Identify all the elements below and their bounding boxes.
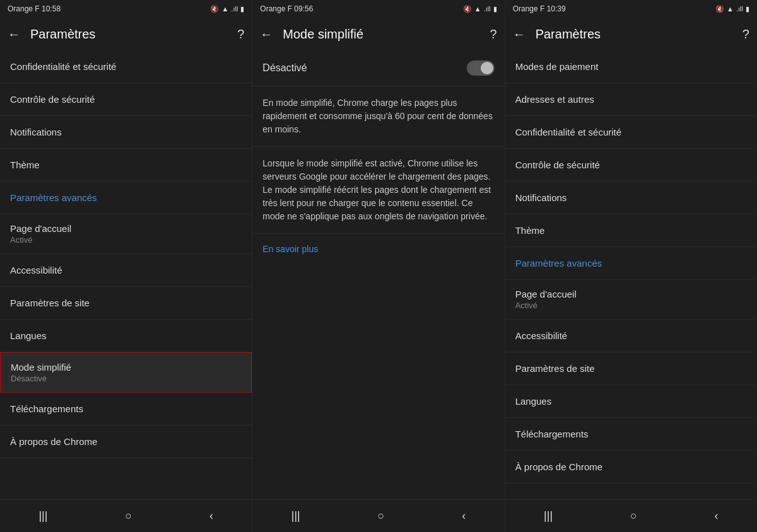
wifi-icon-2: ▲ [474,5,481,13]
item-title: Confidentialité et sécurité [10,61,242,72]
list-item-langues-3[interactable]: Langues [505,385,757,418]
list-item-notifications-1[interactable]: Notifications [0,116,252,149]
description-block-1: En mode simplifié, Chrome charge les pag… [252,86,504,147]
list-item-params-avances-3[interactable]: Paramètres avancés [505,247,757,280]
item-title: Adresses et autres [515,94,747,105]
description-text-2: Lorsque le mode simplifié est activé, Ch… [262,157,494,223]
help-button-2[interactable]: ? [490,27,497,42]
status-carrier-3: Orange F 10:39 [513,4,566,13]
item-title: Thème [10,159,242,170]
item-title: À propos de Chrome [515,461,747,472]
nav-bar-2: ||| ○ ‹ [252,499,504,532]
list-item-a-propos-3[interactable]: À propos de Chrome [505,451,757,483]
signal-icon-1: .ıll [231,5,238,13]
list-item-accessibilite-3[interactable]: Accessibilité [505,320,757,352]
app-bar-3: ← Paramètres ? [505,18,757,50]
mute-icon-1: 🔇 [210,5,219,13]
list-item-confidentialite-3[interactable]: Confidentialité et sécurité [505,116,757,149]
panel-1: Orange F 10:58 10:58 🔇 ▲ .ıll ▮ ← Paramè… [0,0,252,532]
list-item-telechargements-3[interactable]: Téléchargements [505,418,757,451]
battery-icon-2: ▮ [493,5,497,13]
list-item-mode-simplifie-1[interactable]: Mode simplifié Désactivé [0,352,252,393]
toggle-knob [481,62,493,74]
mode-simplifie-content: Désactivé En mode simplifié, Chrome char… [252,50,504,499]
app-bar-1: ← Paramètres ? [0,18,252,50]
nav-back-icon-2[interactable]: ‹ [462,509,466,523]
item-title: Téléchargements [515,429,747,439]
list-item-langues-1[interactable]: Langues [0,320,252,352]
list-item-page-accueil-3[interactable]: Page d'accueil Activé [505,280,757,320]
description-text-1: En mode simplifié, Chrome charge les pag… [262,96,494,136]
item-title: Mode simplifié [11,362,241,373]
settings-list-1: Confidentialité et sécurité Contrôle de … [0,50,252,499]
app-bar-title-3: Paramètres [536,27,742,42]
back-button-2[interactable]: ← [260,27,273,42]
list-item-modes-paiement-3[interactable]: Modes de paiement [505,50,757,83]
help-button-1[interactable]: ? [237,27,244,42]
signal-icon-2: .ıll [484,5,491,13]
nav-menu-icon-3[interactable]: ||| [544,509,553,523]
list-item-theme-3[interactable]: Thème [505,214,757,247]
signal-icon-3: .ıll [736,5,743,13]
status-carrier-2: Orange F 09:56 [260,4,313,13]
status-icons-1: 🔇 ▲ .ıll ▮ [210,5,244,13]
battery-icon-3: ▮ [746,5,749,13]
list-item-controle-3[interactable]: Contrôle de sécurité [505,149,757,182]
item-title: Notifications [10,127,242,137]
list-item-page-accueil-1[interactable]: Page d'accueil Activé [0,214,252,254]
nav-home-icon-1[interactable]: ○ [125,509,132,523]
item-title: Modes de paiement [515,61,747,72]
learn-more-link[interactable]: En savoir plus [252,234,504,264]
mute-icon-2: 🔇 [463,5,472,13]
item-subtitle: Activé [10,235,242,245]
item-title: Langues [10,330,242,341]
nav-home-icon-2[interactable]: ○ [378,509,385,523]
status-bar-3: Orange F 10:39 10:39 🔇 ▲ .ıll ▮ [505,0,757,18]
panel-3: Orange F 10:39 10:39 🔇 ▲ .ıll ▮ ← Paramè… [505,0,757,532]
item-title: Confidentialité et sécurité [515,127,747,137]
app-bar-2: ← Mode simplifié ? [252,18,504,50]
list-item-a-propos-1[interactable]: À propos de Chrome [0,425,252,458]
item-title: Accessibilité [10,265,242,275]
toggle-switch[interactable] [467,61,495,76]
list-item-confidentialite-1[interactable]: Confidentialité et sécurité [0,50,252,83]
description-block-2: Lorsque le mode simplifié est activé, Ch… [252,147,504,234]
status-icons-3: 🔇 ▲ .ıll ▮ [715,5,749,13]
status-bar-1: Orange F 10:58 10:58 🔇 ▲ .ıll ▮ [0,0,252,18]
nav-back-icon-1[interactable]: ‹ [209,509,213,523]
list-item-params-avances-1[interactable]: Paramètres avancés [0,182,252,214]
nav-home-icon-3[interactable]: ○ [630,509,637,523]
toggle-label: Désactivé [262,62,307,74]
help-button-3[interactable]: ? [742,27,749,42]
item-subtitle: Activé [515,301,747,310]
item-title: Langues [515,396,747,407]
list-item-telechargements-1[interactable]: Téléchargements [0,393,252,425]
item-title: Contrôle de sécurité [515,159,747,170]
list-item-notifications-3[interactable]: Notifications [505,182,757,214]
wifi-icon-3: ▲ [727,5,734,13]
list-item-accessibilite-1[interactable]: Accessibilité [0,254,252,287]
mute-icon-3: 🔇 [715,5,724,13]
panels-container: Orange F 10:58 10:58 🔇 ▲ .ıll ▮ ← Paramè… [0,0,757,532]
item-title: Page d'accueil [515,289,747,299]
list-item-params-site-1[interactable]: Paramètres de site [0,287,252,320]
nav-bar-1: ||| ○ ‹ [0,499,252,532]
back-button-1[interactable]: ← [8,27,20,42]
item-title: Page d'accueil [10,223,242,234]
wifi-icon-1: ▲ [221,5,228,13]
list-item-params-site-3[interactable]: Paramètres de site [505,352,757,385]
list-item-controle-1[interactable]: Contrôle de sécurité [0,83,252,116]
item-title: Thème [515,225,747,236]
panel-2: Orange F 09:56 09:56 🔇 ▲ .ıll ▮ ← Mode s… [252,0,505,532]
item-title: Paramètres avancés [515,258,747,269]
list-item-adresses-3[interactable]: Adresses et autres [505,83,757,116]
nav-menu-icon-1[interactable]: ||| [38,509,47,523]
toggle-row: Désactivé [252,50,504,86]
nav-back-icon-3[interactable]: ‹ [715,509,719,523]
back-button-3[interactable]: ← [513,27,525,42]
status-carrier-1: Orange F 10:58 [8,4,61,13]
app-bar-title-2: Mode simplifié [283,27,490,42]
item-title: Paramètres de site [515,363,747,374]
nav-menu-icon-2[interactable]: ||| [291,509,300,523]
list-item-theme-1[interactable]: Thème [0,149,252,182]
